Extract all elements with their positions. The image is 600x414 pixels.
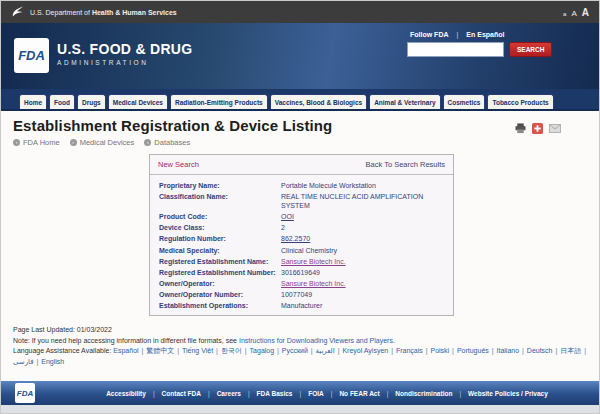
field-value: 2	[281, 223, 444, 232]
field-label: Classification Name:	[159, 192, 281, 210]
separator: |	[308, 347, 316, 354]
language-link-13[interactable]: 日本語	[560, 347, 581, 354]
separator: |	[208, 390, 210, 397]
registered-establishment-link[interactable]: Sansure Biotech Inc.	[281, 258, 346, 265]
en-espanol-link[interactable]: En Español	[466, 31, 504, 38]
breadcrumb-fda-home[interactable]: › FDA Home	[13, 138, 60, 147]
row-product-code: Product Code: OOI	[159, 211, 444, 222]
nav-tab-2[interactable]: Drugs	[77, 94, 106, 109]
separator: |	[459, 390, 461, 397]
row-establishment-operations: Establishment Operations: Manufacturer	[159, 300, 444, 311]
separator: |	[449, 347, 457, 354]
breadcrumb-bullet-icon: ›	[70, 139, 77, 146]
field-label: Registered Establishment Name:	[159, 257, 281, 266]
row-registered-establishment-number: Registered Establishment Number: 3016619…	[159, 267, 444, 278]
separator: |	[242, 347, 250, 354]
breadcrumb-bullet-icon: ›	[144, 139, 151, 146]
row-medical-specialty: Medical Specialty: Clinical Chemistry	[159, 245, 444, 256]
row-proprietary-name: Proprietary Name: Portable Molecule Work…	[159, 180, 444, 191]
language-link-14[interactable]: فارسی	[13, 358, 34, 365]
footer-link-2[interactable]: Careers	[217, 390, 241, 397]
breadcrumb-bullet-icon: ›	[13, 139, 20, 146]
language-link-3[interactable]: 한국어	[221, 347, 242, 354]
language-link-5[interactable]: Русский	[282, 347, 308, 354]
footer-link-6[interactable]: Nondiscrimination	[395, 390, 452, 397]
nav-tab-0[interactable]: Home	[19, 94, 47, 109]
nav-tab-8[interactable]: Tobacco Products	[487, 94, 553, 109]
regulation-number-link[interactable]: 862.2570	[281, 235, 310, 242]
breadcrumb-label: Medical Devices	[80, 138, 135, 147]
main-content: Establishment Registration & Device List…	[1, 111, 599, 381]
footer-fda-logo[interactable]: FDA	[15, 383, 35, 403]
field-value: REAL TIME NUCLEIC ACID AMPLIFICATION SYS…	[281, 192, 444, 210]
language-link-8[interactable]: Français	[396, 347, 423, 354]
field-value: Portable Molecule Workstation	[281, 181, 444, 190]
file-formats-note: Note: If you need help accessing informa…	[13, 336, 589, 347]
new-search-link[interactable]: New Search	[158, 160, 199, 169]
footer-link-1[interactable]: Contact FDA	[162, 390, 201, 397]
breadcrumb-medical-devices[interactable]: › Medical Devices	[70, 138, 135, 147]
field-label: Establishment Operations:	[159, 301, 281, 310]
share-icon[interactable]	[532, 123, 543, 134]
text-size-button-1[interactable]: A	[571, 9, 576, 18]
language-link-1[interactable]: 繁體中文	[146, 347, 174, 354]
search-input[interactable]	[407, 42, 504, 57]
nav-tab-4[interactable]: Radiation-Emitting Products	[170, 94, 268, 109]
field-label: Owner/Operator Number:	[159, 290, 281, 299]
language-link-9[interactable]: Polski	[430, 347, 449, 354]
field-label: Proprietary Name:	[159, 181, 281, 190]
email-icon[interactable]	[549, 123, 561, 134]
nav-tab-5[interactable]: Vaccines, Blood & Biologics	[270, 94, 367, 109]
footer-link-5[interactable]: No FEAR Act	[339, 390, 379, 397]
text-size-button-0[interactable]: a	[563, 11, 566, 17]
separator: |	[299, 390, 301, 397]
product-code-link[interactable]: OOI	[281, 213, 294, 220]
text-size-button-2[interactable]: A	[582, 7, 589, 18]
nav-tab-7[interactable]: Cosmetics	[443, 94, 486, 109]
breadcrumb-databases[interactable]: › Databases	[144, 138, 190, 147]
language-link-7[interactable]: Kreyòl Ayisyen	[342, 347, 388, 354]
separator: |	[581, 347, 587, 354]
row-registered-establishment-name: Registered Establishment Name: Sansure B…	[159, 256, 444, 267]
language-link-4[interactable]: Tagalog	[250, 347, 275, 354]
language-link-2[interactable]: Tiếng Việt	[182, 347, 213, 354]
search-button[interactable]: SEARCH	[509, 42, 552, 57]
hhs-top-bar: U.S. Department of Health & Human Servic…	[1, 1, 599, 23]
follow-fda-link[interactable]: Follow FDA	[410, 31, 449, 38]
language-link-10[interactable]: Português	[457, 347, 489, 354]
language-link-6[interactable]: العربية	[316, 347, 335, 354]
separator: |	[174, 347, 182, 354]
text-size-controls: aAA	[563, 7, 589, 18]
breadcrumb-label: Databases	[154, 138, 190, 147]
field-label: Product Code:	[159, 212, 281, 221]
back-to-search-results-link[interactable]: Back To Search Results	[366, 160, 445, 169]
separator: |	[248, 390, 250, 397]
separator: |	[519, 347, 527, 354]
language-link-15[interactable]: English	[41, 358, 64, 365]
footer-link-0[interactable]: Accessibility	[106, 390, 146, 397]
note-text: Note: If you need help accessing informa…	[13, 337, 239, 344]
footer-link-4[interactable]: FOIA	[308, 390, 324, 397]
nav-tab-3[interactable]: Medical Devices	[108, 94, 168, 109]
separator: |	[388, 347, 396, 354]
language-link-11[interactable]: Italiano	[497, 347, 520, 354]
footer-link-7[interactable]: Website Policies / Privacy	[468, 390, 548, 397]
language-link-0[interactable]: Español	[113, 347, 138, 354]
print-icon[interactable]	[515, 123, 526, 134]
footer-link-3[interactable]: FDA Basics	[257, 390, 293, 397]
language-link-12[interactable]: Deutsch	[527, 347, 553, 354]
fda-logo[interactable]: FDA	[14, 38, 49, 73]
hhs-eagle-icon	[11, 5, 24, 19]
separator: |	[274, 347, 282, 354]
field-label: Owner/Operator:	[159, 279, 281, 288]
nav-tab-6[interactable]: Animal & Veterinary	[369, 94, 440, 109]
owner-operator-link[interactable]: Sansure Biotech Inc.	[281, 280, 346, 287]
language-assistance-label: Language Assistance Available:	[13, 347, 113, 354]
hhs-dept-text[interactable]: U.S. Department of Health & Human Servic…	[30, 9, 177, 16]
page-footer-notes: Page Last Updated: 01/03/2022 Note: If y…	[13, 325, 589, 367]
nav-tab-1[interactable]: Food	[49, 94, 75, 109]
fda-title-line1: U.S. FOOD & DRUG	[57, 41, 192, 57]
field-label: Registered Establishment Number:	[159, 268, 281, 277]
viewers-players-link[interactable]: Instructions for Downloading Viewers and…	[239, 337, 395, 344]
row-regulation-number: Regulation Number: 862.2570	[159, 233, 444, 244]
